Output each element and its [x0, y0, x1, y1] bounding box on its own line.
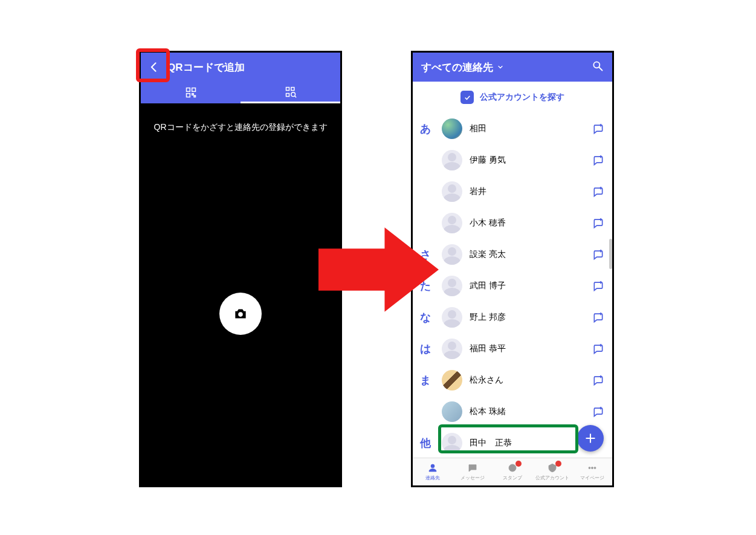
more-icon	[587, 462, 598, 473]
contact-row[interactable]: さ 設楽 亮太	[413, 239, 612, 270]
qr-header: QRコードで追加	[141, 53, 340, 82]
avatar	[442, 433, 462, 453]
contact-name: 岩井	[470, 186, 592, 197]
contact-name: 武田 博子	[470, 280, 592, 291]
avatar	[442, 401, 462, 422]
contact-name: 野上 邦彦	[470, 312, 592, 323]
svg-rect-7	[291, 87, 294, 90]
nav-messages[interactable]: メッセージ	[453, 458, 493, 485]
contact-row[interactable]: は 福田 恭平	[413, 333, 612, 365]
start-chat-button[interactable]	[592, 154, 605, 167]
chat-plus-icon	[592, 154, 604, 166]
svg-point-12	[431, 464, 435, 468]
find-official-accounts[interactable]: 公式アカウントを探す	[413, 82, 612, 113]
notification-badge	[515, 461, 522, 467]
plus-icon	[584, 432, 596, 444]
svg-point-8	[291, 92, 295, 96]
contacts-header: すべての連絡先	[413, 53, 612, 82]
contact-row[interactable]: 小木 穂香	[413, 207, 612, 239]
avatar	[442, 370, 462, 391]
start-chat-button[interactable]	[592, 122, 605, 135]
svg-point-15	[592, 467, 593, 469]
qr-camera-area: QRコードをかざすと連絡先の登録ができます	[141, 103, 340, 485]
chat-plus-icon	[592, 217, 604, 229]
tab-my-qr[interactable]	[141, 82, 241, 103]
svg-point-11	[593, 62, 599, 68]
chat-plus-icon	[592, 280, 604, 292]
chevron-down-icon	[497, 63, 504, 71]
contact-row[interactable]: な 野上 邦彦	[413, 302, 612, 333]
index-letter: あ	[420, 122, 431, 136]
start-chat-button[interactable]	[592, 342, 605, 355]
contact-row[interactable]: あ 相田	[413, 113, 612, 144]
qr-scan-icon	[285, 86, 297, 98]
bottom-nav: 連絡先 メッセージ スタンプ 公式アカウント マイページ	[413, 458, 612, 485]
search-icon	[592, 60, 604, 72]
qr-tabs	[141, 82, 340, 103]
camera-icon	[233, 306, 248, 322]
message-icon	[467, 462, 478, 473]
contact-name: 伊藤 勇気	[470, 155, 592, 166]
chat-plus-icon	[592, 248, 604, 261]
svg-rect-3	[192, 94, 193, 96]
tab-scan-qr[interactable]	[241, 82, 340, 103]
chat-plus-icon	[592, 186, 604, 198]
nav-official[interactable]: 公式アカウント	[532, 458, 572, 485]
avatar	[442, 150, 462, 170]
search-button[interactable]	[592, 60, 604, 75]
avatar	[442, 244, 462, 265]
contact-name: 松本 珠緒	[470, 406, 592, 417]
chat-plus-icon	[592, 343, 604, 355]
contacts-list[interactable]: 公式アカウントを探す あ 相田 伊藤 勇気 岩井 小木 穂香 さ 設	[413, 82, 612, 458]
verified-badge-icon	[460, 91, 474, 104]
capture-button[interactable]	[219, 293, 262, 335]
add-contact-fab[interactable]	[577, 425, 604, 452]
avatar	[442, 339, 462, 359]
start-chat-button[interactable]	[592, 248, 605, 261]
nav-label: スタンプ	[503, 475, 522, 481]
start-chat-button[interactable]	[592, 311, 605, 324]
svg-rect-1	[192, 88, 195, 92]
contact-row[interactable]: 岩井	[413, 176, 612, 207]
index-letter: な	[420, 310, 431, 325]
screen-contacts: すべての連絡先 公式アカウントを探す あ 相田 伊藤 勇気 岩井	[411, 51, 614, 487]
contact-row[interactable]: ま 松永さん	[413, 365, 612, 396]
start-chat-button[interactable]	[592, 216, 605, 230]
nav-stamps[interactable]: スタンプ	[493, 458, 532, 485]
svg-rect-0	[186, 88, 190, 92]
chat-plus-icon	[592, 311, 604, 323]
start-chat-button[interactable]	[592, 405, 605, 418]
avatar	[442, 181, 462, 202]
nav-label: メッセージ	[460, 475, 485, 481]
avatar	[442, 118, 462, 139]
contact-row[interactable]: た 武田 博子	[413, 270, 612, 302]
start-chat-button[interactable]	[592, 185, 605, 198]
nav-contacts[interactable]: 連絡先	[413, 458, 453, 485]
start-chat-button[interactable]	[592, 279, 605, 293]
nav-label: 公式アカウント	[535, 475, 569, 481]
svg-marker-10	[318, 227, 439, 311]
contacts-filter-dropdown[interactable]: すべての連絡先	[421, 60, 504, 74]
svg-point-16	[594, 467, 596, 469]
highlight-back-button	[136, 48, 170, 82]
nav-label: マイページ	[580, 475, 604, 481]
contact-name: 福田 恭平	[470, 343, 592, 354]
contact-row[interactable]: 松本 珠緒	[413, 396, 612, 427]
qr-code-icon	[185, 86, 197, 99]
contacts-icon	[427, 462, 438, 473]
nav-mypage[interactable]: マイページ	[572, 458, 612, 485]
contact-name: 松永さん	[470, 375, 592, 386]
index-letter: ま	[420, 373, 431, 387]
notification-badge	[555, 461, 561, 467]
nav-label: 連絡先	[425, 475, 440, 481]
contact-row[interactable]: 伊藤 勇気	[413, 144, 612, 176]
chat-plus-icon	[592, 374, 604, 386]
qr-instruction: QRコードをかざすと連絡先の登録ができます	[141, 120, 340, 134]
svg-rect-2	[186, 94, 190, 97]
start-chat-button[interactable]	[592, 374, 605, 387]
scroll-indicator	[609, 239, 612, 269]
contact-name: 設楽 亮太	[470, 249, 592, 260]
screen-qr-add: QRコードで追加 QRコードをかざすと連絡先の登録ができます	[139, 51, 342, 487]
transition-arrow-icon	[318, 227, 439, 312]
svg-rect-5	[286, 87, 289, 90]
